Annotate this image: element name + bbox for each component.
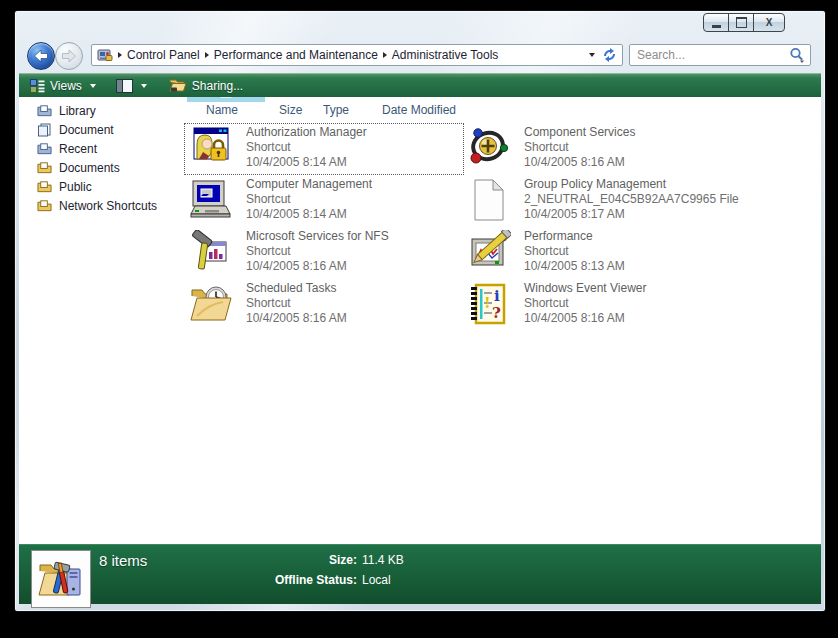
navigation-bar: Control Panel Performance and Maintenanc… [15, 41, 825, 73]
sharing-label: Sharing... [192, 79, 243, 93]
sort-indicator [187, 97, 265, 102]
sharing-icon [169, 78, 187, 93]
offline-status-label: Offline Status: [199, 573, 357, 587]
svg-text:i: i [494, 287, 500, 305]
svg-text:?: ? [492, 304, 501, 322]
file-date: 10/4/2005 8:16 AM [524, 155, 635, 170]
computer-management-icon [189, 178, 233, 222]
back-arrow-icon [34, 50, 48, 62]
folder-blue-icon [37, 104, 52, 117]
scheduled-tasks-icon [189, 282, 233, 326]
status-details: Size: 11.4 KB Offline Status: Local [199, 553, 404, 593]
sidebar-item-label: Public [59, 180, 92, 194]
search-box[interactable] [629, 44, 811, 66]
maximize-icon [736, 17, 747, 28]
sidebar-item-library[interactable]: Library [37, 101, 96, 120]
performance-icon [467, 230, 511, 274]
file-type: Shortcut [524, 296, 647, 311]
command-toolbar: Views Sharing... [19, 73, 821, 97]
event-viewer-icon: i ! ? [467, 282, 511, 326]
item-count: 8 items [99, 552, 147, 569]
size-value: 11.4 KB [362, 553, 404, 567]
sidebar-item-label: Documents [59, 161, 120, 175]
file-tile-component-services[interactable]: Component Services Shortcut 10/4/2005 8:… [463, 124, 741, 174]
column-header-type[interactable]: Type [323, 103, 349, 117]
sidebar-item-documents[interactable]: Documents [37, 158, 120, 177]
file-type: Shortcut [246, 140, 367, 155]
file-tile-windows-event-viewer[interactable]: i ! ? Windows Event Viewer Shortcut 10/4… [463, 280, 741, 330]
search-icon[interactable] [789, 47, 805, 63]
file-type: Shortcut [524, 244, 625, 259]
file-tile-microsoft-services-for-nfs[interactable]: Microsoft Services for NFS Shortcut 10/4… [185, 228, 463, 278]
file-name: Performance [524, 229, 625, 244]
sharing-button[interactable]: Sharing... [162, 76, 250, 95]
file-type: Shortcut [246, 296, 347, 311]
file-type: Shortcut [246, 244, 389, 259]
breadcrumb-separator [205, 52, 209, 58]
forward-button[interactable] [55, 42, 83, 70]
sidebar-item-label: Library [59, 104, 96, 118]
file-tile-performance[interactable]: Performance Shortcut 10/4/2005 8:13 AM [463, 228, 741, 278]
folder-blue-icon [37, 142, 52, 155]
authorization-manager-icon [189, 126, 233, 170]
file-name: Windows Event Viewer [524, 281, 647, 296]
minimize-button[interactable] [703, 13, 729, 32]
breadcrumb-control-panel[interactable]: Control Panel [127, 48, 200, 62]
sidebar-item-network-shortcuts[interactable]: Network Shortcuts [37, 196, 157, 215]
breadcrumb-separator [118, 52, 122, 58]
views-dropdown-icon [90, 84, 96, 88]
group-policy-icon [467, 178, 511, 222]
refresh-icon[interactable] [602, 48, 617, 62]
offline-status-value: Local [362, 573, 391, 587]
details-pane: 8 items Size: 11.4 KB Offline Status: Lo… [19, 544, 821, 604]
file-date: 10/4/2005 8:13 AM [524, 259, 625, 274]
sidebar-item-recent[interactable]: Recent [37, 139, 97, 158]
breadcrumb-administrative-tools[interactable]: Administrative Tools [392, 48, 499, 62]
address-bar[interactable]: Control Panel Performance and Maintenanc… [91, 44, 623, 66]
file-date: 10/4/2005 8:14 AM [246, 207, 372, 222]
layout-pane-dropdown-icon [141, 84, 147, 88]
file-type: 2_NEUTRAL_E04C5B92AA7C9965 File [524, 192, 739, 207]
sidebar-item-public[interactable]: Public [37, 177, 92, 196]
address-dropdown-icon[interactable] [589, 53, 595, 57]
component-services-icon [467, 126, 511, 170]
close-button[interactable]: X [753, 13, 785, 32]
file-name: Microsoft Services for NFS [246, 229, 389, 244]
layout-pane-button[interactable] [109, 77, 154, 95]
folder-yellow-icon [37, 161, 52, 174]
sidebar-item-label: Document [59, 123, 114, 137]
file-date: 10/4/2005 8:17 AM [524, 207, 739, 222]
services-nfs-icon [189, 230, 233, 274]
folder-yellow-icon [37, 180, 52, 193]
file-tile-computer-management[interactable]: Computer Management Shortcut 10/4/2005 8… [185, 176, 463, 226]
file-date: 10/4/2005 8:14 AM [246, 155, 367, 170]
administrative-tools-icon [31, 550, 91, 608]
file-tile-authorization-manager[interactable]: Authorization Manager Shortcut 10/4/2005… [185, 124, 463, 174]
file-type: Shortcut [246, 192, 372, 207]
file-tile-scheduled-tasks[interactable]: Scheduled Tasks Shortcut 10/4/2005 8:16 … [185, 280, 463, 330]
size-label: Size: [199, 553, 357, 567]
svg-text:!: ! [484, 294, 491, 312]
search-input[interactable] [635, 47, 789, 63]
sidebar-item-document[interactable]: Document [37, 120, 114, 139]
breadcrumb-separator [383, 52, 387, 58]
column-header-name[interactable]: Name [206, 103, 238, 117]
maximize-button[interactable] [728, 13, 754, 32]
views-label: Views [50, 79, 82, 93]
caption-buttons: X [704, 13, 785, 32]
file-name: Component Services [524, 125, 635, 140]
column-header-date-modified[interactable]: Date Modified [382, 103, 456, 117]
column-header-size[interactable]: Size [279, 103, 302, 117]
views-button[interactable]: Views [23, 77, 103, 95]
control-panel-icon[interactable] [97, 47, 113, 63]
minimize-icon [712, 25, 721, 28]
file-date: 10/4/2005 8:16 AM [246, 311, 347, 326]
back-button[interactable] [27, 42, 55, 70]
close-icon: X [766, 18, 773, 28]
file-date: 10/4/2005 8:16 AM [524, 311, 647, 326]
breadcrumb-performance-maintenance[interactable]: Performance and Maintenance [214, 48, 378, 62]
file-name: Group Policy Management [524, 177, 739, 192]
file-date: 10/4/2005 8:16 AM [246, 259, 389, 274]
file-tile-group-policy-management[interactable]: Group Policy Management 2_NEUTRAL_E04C5B… [463, 176, 741, 226]
sidebar-item-label: Recent [59, 142, 97, 156]
